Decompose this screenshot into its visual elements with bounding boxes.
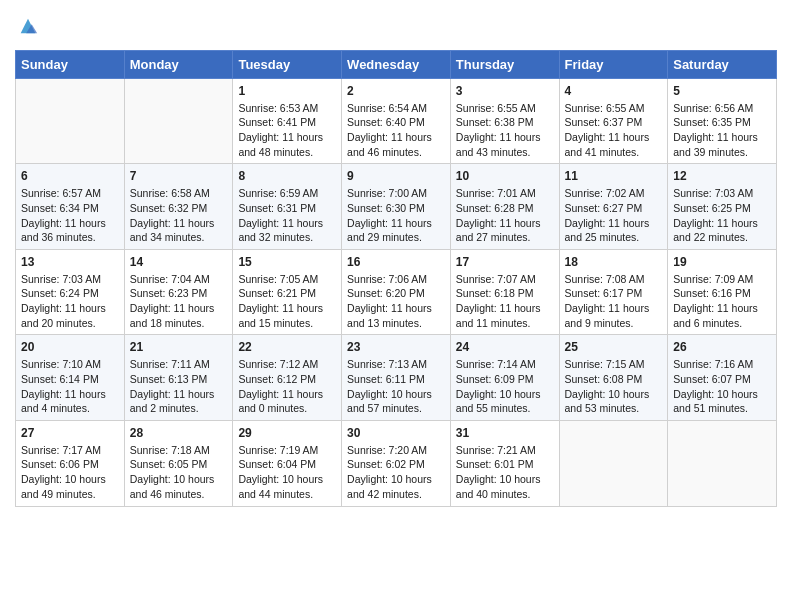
sunset-text: Sunset: 6:12 PM (238, 373, 316, 385)
daylight-text: Daylight: 10 hours and 57 minutes. (347, 388, 432, 415)
daylight-text: Daylight: 11 hours and 36 minutes. (21, 217, 106, 244)
sunrise-text: Sunrise: 7:08 AM (565, 273, 645, 285)
calendar-cell: 9Sunrise: 7:00 AMSunset: 6:30 PMDaylight… (342, 164, 451, 250)
daylight-text: Daylight: 11 hours and 27 minutes. (456, 217, 541, 244)
sunrise-text: Sunrise: 6:57 AM (21, 187, 101, 199)
sunset-text: Sunset: 6:28 PM (456, 202, 534, 214)
logo (15, 10, 39, 42)
sunset-text: Sunset: 6:21 PM (238, 287, 316, 299)
calendar-cell: 8Sunrise: 6:59 AMSunset: 6:31 PMDaylight… (233, 164, 342, 250)
sunrise-text: Sunrise: 7:13 AM (347, 358, 427, 370)
day-number: 29 (238, 425, 336, 442)
logo-icon (17, 15, 39, 37)
daylight-text: Daylight: 11 hours and 20 minutes. (21, 302, 106, 329)
daylight-text: Daylight: 10 hours and 55 minutes. (456, 388, 541, 415)
day-number: 3 (456, 83, 554, 100)
daylight-text: Daylight: 11 hours and 22 minutes. (673, 217, 758, 244)
calendar-cell (668, 420, 777, 506)
weekday-header-saturday: Saturday (668, 50, 777, 78)
sunset-text: Sunset: 6:25 PM (673, 202, 751, 214)
sunrise-text: Sunrise: 7:18 AM (130, 444, 210, 456)
calendar-cell: 17Sunrise: 7:07 AMSunset: 6:18 PMDayligh… (450, 249, 559, 335)
calendar-cell: 28Sunrise: 7:18 AMSunset: 6:05 PMDayligh… (124, 420, 233, 506)
sunrise-text: Sunrise: 7:04 AM (130, 273, 210, 285)
sunset-text: Sunset: 6:06 PM (21, 458, 99, 470)
sunrise-text: Sunrise: 7:00 AM (347, 187, 427, 199)
calendar-week-5: 27Sunrise: 7:17 AMSunset: 6:06 PMDayligh… (16, 420, 777, 506)
logo-text (15, 15, 39, 42)
weekday-header-wednesday: Wednesday (342, 50, 451, 78)
day-number: 7 (130, 168, 228, 185)
sunset-text: Sunset: 6:41 PM (238, 116, 316, 128)
sunrise-text: Sunrise: 7:01 AM (456, 187, 536, 199)
day-number: 12 (673, 168, 771, 185)
daylight-text: Daylight: 11 hours and 25 minutes. (565, 217, 650, 244)
sunset-text: Sunset: 6:17 PM (565, 287, 643, 299)
calendar-cell: 25Sunrise: 7:15 AMSunset: 6:08 PMDayligh… (559, 335, 668, 421)
calendar-cell: 29Sunrise: 7:19 AMSunset: 6:04 PMDayligh… (233, 420, 342, 506)
daylight-text: Daylight: 11 hours and 9 minutes. (565, 302, 650, 329)
calendar-cell: 4Sunrise: 6:55 AMSunset: 6:37 PMDaylight… (559, 78, 668, 164)
daylight-text: Daylight: 10 hours and 53 minutes. (565, 388, 650, 415)
calendar-cell: 31Sunrise: 7:21 AMSunset: 6:01 PMDayligh… (450, 420, 559, 506)
sunset-text: Sunset: 6:01 PM (456, 458, 534, 470)
calendar-cell: 7Sunrise: 6:58 AMSunset: 6:32 PMDaylight… (124, 164, 233, 250)
sunrise-text: Sunrise: 7:02 AM (565, 187, 645, 199)
calendar-cell: 15Sunrise: 7:05 AMSunset: 6:21 PMDayligh… (233, 249, 342, 335)
sunrise-text: Sunrise: 6:55 AM (456, 102, 536, 114)
day-number: 2 (347, 83, 445, 100)
sunrise-text: Sunrise: 6:55 AM (565, 102, 645, 114)
calendar-cell (16, 78, 125, 164)
daylight-text: Daylight: 10 hours and 49 minutes. (21, 473, 106, 500)
day-number: 15 (238, 254, 336, 271)
sunrise-text: Sunrise: 6:54 AM (347, 102, 427, 114)
daylight-text: Daylight: 10 hours and 51 minutes. (673, 388, 758, 415)
day-number: 9 (347, 168, 445, 185)
calendar-header-row: SundayMondayTuesdayWednesdayThursdayFrid… (16, 50, 777, 78)
sunset-text: Sunset: 6:32 PM (130, 202, 208, 214)
calendar-cell: 18Sunrise: 7:08 AMSunset: 6:17 PMDayligh… (559, 249, 668, 335)
daylight-text: Daylight: 10 hours and 44 minutes. (238, 473, 323, 500)
sunset-text: Sunset: 6:40 PM (347, 116, 425, 128)
calendar-cell (559, 420, 668, 506)
daylight-text: Daylight: 11 hours and 46 minutes. (347, 131, 432, 158)
sunset-text: Sunset: 6:38 PM (456, 116, 534, 128)
sunrise-text: Sunrise: 7:09 AM (673, 273, 753, 285)
daylight-text: Daylight: 11 hours and 6 minutes. (673, 302, 758, 329)
daylight-text: Daylight: 10 hours and 42 minutes. (347, 473, 432, 500)
day-number: 6 (21, 168, 119, 185)
calendar-cell: 19Sunrise: 7:09 AMSunset: 6:16 PMDayligh… (668, 249, 777, 335)
calendar-cell: 21Sunrise: 7:11 AMSunset: 6:13 PMDayligh… (124, 335, 233, 421)
calendar-cell: 26Sunrise: 7:16 AMSunset: 6:07 PMDayligh… (668, 335, 777, 421)
day-number: 28 (130, 425, 228, 442)
calendar-cell: 12Sunrise: 7:03 AMSunset: 6:25 PMDayligh… (668, 164, 777, 250)
day-number: 26 (673, 339, 771, 356)
header (15, 10, 777, 42)
day-number: 21 (130, 339, 228, 356)
day-number: 30 (347, 425, 445, 442)
day-number: 22 (238, 339, 336, 356)
day-number: 10 (456, 168, 554, 185)
sunset-text: Sunset: 6:07 PM (673, 373, 751, 385)
calendar-table: SundayMondayTuesdayWednesdayThursdayFrid… (15, 50, 777, 507)
calendar-cell: 14Sunrise: 7:04 AMSunset: 6:23 PMDayligh… (124, 249, 233, 335)
sunset-text: Sunset: 6:24 PM (21, 287, 99, 299)
daylight-text: Daylight: 11 hours and 32 minutes. (238, 217, 323, 244)
calendar-cell: 11Sunrise: 7:02 AMSunset: 6:27 PMDayligh… (559, 164, 668, 250)
daylight-text: Daylight: 11 hours and 34 minutes. (130, 217, 215, 244)
sunrise-text: Sunrise: 6:56 AM (673, 102, 753, 114)
sunrise-text: Sunrise: 7:11 AM (130, 358, 210, 370)
day-number: 27 (21, 425, 119, 442)
sunrise-text: Sunrise: 7:12 AM (238, 358, 318, 370)
calendar-cell: 5Sunrise: 6:56 AMSunset: 6:35 PMDaylight… (668, 78, 777, 164)
calendar-cell: 10Sunrise: 7:01 AMSunset: 6:28 PMDayligh… (450, 164, 559, 250)
daylight-text: Daylight: 11 hours and 41 minutes. (565, 131, 650, 158)
sunset-text: Sunset: 6:08 PM (565, 373, 643, 385)
day-number: 16 (347, 254, 445, 271)
sunrise-text: Sunrise: 7:10 AM (21, 358, 101, 370)
daylight-text: Daylight: 11 hours and 4 minutes. (21, 388, 106, 415)
sunrise-text: Sunrise: 6:58 AM (130, 187, 210, 199)
sunrise-text: Sunrise: 7:21 AM (456, 444, 536, 456)
sunrise-text: Sunrise: 7:14 AM (456, 358, 536, 370)
sunrise-text: Sunrise: 7:20 AM (347, 444, 427, 456)
